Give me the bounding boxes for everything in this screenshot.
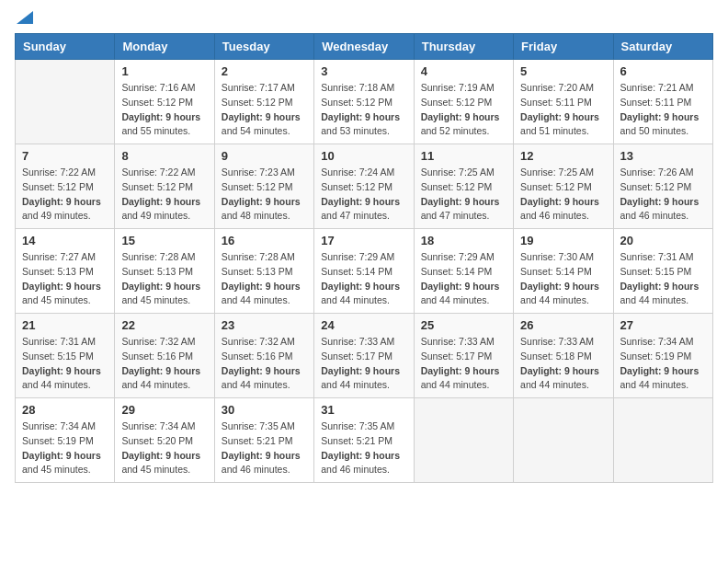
calendar-cell: 24Sunrise: 7:33 AMSunset: 5:17 PMDayligh… [314, 314, 414, 398]
calendar-week-row: 1Sunrise: 7:16 AMSunset: 5:12 PMDaylight… [16, 60, 713, 144]
calendar-cell: 3Sunrise: 7:18 AMSunset: 5:12 PMDaylight… [314, 60, 414, 144]
calendar-cell: 14Sunrise: 7:27 AMSunset: 5:13 PMDayligh… [16, 229, 115, 314]
day-info: Sunrise: 7:29 AMSunset: 5:14 PMDaylight:… [321, 250, 406, 308]
calendar-cell: 21Sunrise: 7:31 AMSunset: 5:15 PMDayligh… [16, 314, 115, 398]
day-info: Sunrise: 7:32 AMSunset: 5:16 PMDaylight:… [222, 335, 307, 393]
calendar-cell [514, 398, 613, 483]
day-number: 29 [121, 403, 207, 417]
calendar-cell: 27Sunrise: 7:34 AMSunset: 5:19 PMDayligh… [613, 314, 712, 398]
day-info: Sunrise: 7:22 AMSunset: 5:12 PMDaylight:… [22, 166, 108, 224]
day-number: 6 [620, 64, 706, 78]
logo [15, 15, 33, 24]
header-saturday: Saturday [613, 34, 712, 60]
day-info: Sunrise: 7:18 AMSunset: 5:12 PMDaylight:… [321, 81, 406, 139]
calendar-cell: 23Sunrise: 7:32 AMSunset: 5:16 PMDayligh… [214, 314, 313, 398]
day-info: Sunrise: 7:35 AMSunset: 5:21 PMDaylight:… [321, 419, 406, 477]
calendar-cell: 18Sunrise: 7:29 AMSunset: 5:14 PMDayligh… [414, 229, 513, 314]
day-info: Sunrise: 7:28 AMSunset: 5:13 PMDaylight:… [222, 250, 307, 308]
calendar-cell: 25Sunrise: 7:33 AMSunset: 5:17 PMDayligh… [414, 314, 513, 398]
day-info: Sunrise: 7:29 AMSunset: 5:14 PMDaylight:… [421, 250, 506, 308]
day-info: Sunrise: 7:19 AMSunset: 5:12 PMDaylight:… [421, 81, 506, 139]
day-number: 8 [121, 149, 207, 163]
day-number: 19 [520, 234, 606, 247]
day-number: 12 [520, 149, 606, 163]
day-number: 28 [22, 403, 108, 417]
day-info: Sunrise: 7:31 AMSunset: 5:15 PMDaylight:… [620, 250, 706, 308]
calendar-cell: 13Sunrise: 7:26 AMSunset: 5:12 PMDayligh… [613, 144, 712, 229]
calendar-cell: 30Sunrise: 7:35 AMSunset: 5:21 PMDayligh… [214, 398, 313, 483]
page-header [15, 15, 713, 24]
day-number: 26 [520, 318, 606, 332]
header-wednesday: Wednesday [314, 34, 414, 60]
day-info: Sunrise: 7:34 AMSunset: 5:20 PMDaylight:… [121, 419, 207, 477]
calendar-cell: 12Sunrise: 7:25 AMSunset: 5:12 PMDayligh… [514, 144, 613, 229]
calendar-cell: 8Sunrise: 7:22 AMSunset: 5:12 PMDaylight… [115, 144, 214, 229]
calendar-cell: 9Sunrise: 7:23 AMSunset: 5:12 PMDaylight… [214, 144, 313, 229]
header-sunday: Sunday [16, 34, 115, 60]
calendar-week-row: 14Sunrise: 7:27 AMSunset: 5:13 PMDayligh… [16, 229, 713, 314]
calendar-cell: 15Sunrise: 7:28 AMSunset: 5:13 PMDayligh… [115, 229, 214, 314]
day-number: 4 [421, 64, 506, 78]
day-number: 30 [222, 403, 307, 417]
day-number: 3 [321, 64, 406, 78]
day-info: Sunrise: 7:17 AMSunset: 5:12 PMDaylight:… [222, 81, 307, 139]
calendar-cell: 11Sunrise: 7:25 AMSunset: 5:12 PMDayligh… [414, 144, 513, 229]
calendar-cell: 31Sunrise: 7:35 AMSunset: 5:21 PMDayligh… [314, 398, 414, 483]
day-number: 17 [321, 234, 406, 247]
day-info: Sunrise: 7:34 AMSunset: 5:19 PMDaylight:… [620, 335, 706, 393]
day-number: 31 [321, 403, 406, 417]
day-number: 5 [520, 64, 606, 78]
calendar-cell: 29Sunrise: 7:34 AMSunset: 5:20 PMDayligh… [115, 398, 214, 483]
calendar-cell [613, 398, 712, 483]
day-info: Sunrise: 7:25 AMSunset: 5:12 PMDaylight:… [421, 166, 506, 224]
logo-triangle-icon [17, 11, 33, 24]
calendar-cell: 10Sunrise: 7:24 AMSunset: 5:12 PMDayligh… [314, 144, 414, 229]
calendar-header-row: SundayMondayTuesdayWednesdayThursdayFrid… [16, 34, 713, 60]
calendar-cell: 16Sunrise: 7:28 AMSunset: 5:13 PMDayligh… [214, 229, 313, 314]
calendar-cell: 7Sunrise: 7:22 AMSunset: 5:12 PMDaylight… [16, 144, 115, 229]
calendar-cell: 2Sunrise: 7:17 AMSunset: 5:12 PMDaylight… [214, 60, 313, 144]
day-info: Sunrise: 7:33 AMSunset: 5:17 PMDaylight:… [421, 335, 506, 393]
day-number: 23 [222, 318, 307, 332]
calendar-cell: 17Sunrise: 7:29 AMSunset: 5:14 PMDayligh… [314, 229, 414, 314]
day-number: 15 [121, 234, 207, 247]
svg-marker-0 [17, 11, 33, 24]
day-info: Sunrise: 7:24 AMSunset: 5:12 PMDaylight:… [321, 166, 406, 224]
day-info: Sunrise: 7:27 AMSunset: 5:13 PMDaylight:… [22, 250, 108, 308]
day-info: Sunrise: 7:34 AMSunset: 5:19 PMDaylight:… [22, 419, 108, 477]
calendar-cell: 22Sunrise: 7:32 AMSunset: 5:16 PMDayligh… [115, 314, 214, 398]
calendar-week-row: 28Sunrise: 7:34 AMSunset: 5:19 PMDayligh… [16, 398, 713, 483]
day-info: Sunrise: 7:21 AMSunset: 5:11 PMDaylight:… [620, 81, 706, 139]
day-number: 2 [222, 64, 307, 78]
day-info: Sunrise: 7:26 AMSunset: 5:12 PMDaylight:… [620, 166, 706, 224]
calendar-body: 1Sunrise: 7:16 AMSunset: 5:12 PMDaylight… [16, 60, 713, 483]
day-info: Sunrise: 7:32 AMSunset: 5:16 PMDaylight:… [121, 335, 207, 393]
day-number: 25 [421, 318, 506, 332]
day-info: Sunrise: 7:16 AMSunset: 5:12 PMDaylight:… [121, 81, 207, 139]
header-monday: Monday [115, 34, 214, 60]
calendar-table: SundayMondayTuesdayWednesdayThursdayFrid… [15, 33, 713, 483]
day-number: 27 [620, 318, 706, 332]
day-info: Sunrise: 7:22 AMSunset: 5:12 PMDaylight:… [121, 166, 207, 224]
day-number: 24 [321, 318, 406, 332]
day-info: Sunrise: 7:31 AMSunset: 5:15 PMDaylight:… [22, 335, 108, 393]
calendar-cell: 4Sunrise: 7:19 AMSunset: 5:12 PMDaylight… [414, 60, 513, 144]
day-number: 10 [321, 149, 406, 163]
day-number: 21 [22, 318, 108, 332]
day-number: 13 [620, 149, 706, 163]
day-info: Sunrise: 7:23 AMSunset: 5:12 PMDaylight:… [222, 166, 307, 224]
calendar-cell: 1Sunrise: 7:16 AMSunset: 5:12 PMDaylight… [115, 60, 214, 144]
day-info: Sunrise: 7:33 AMSunset: 5:17 PMDaylight:… [321, 335, 406, 393]
day-number: 22 [121, 318, 207, 332]
calendar-week-row: 7Sunrise: 7:22 AMSunset: 5:12 PMDaylight… [16, 144, 713, 229]
calendar-cell: 26Sunrise: 7:33 AMSunset: 5:18 PMDayligh… [514, 314, 613, 398]
calendar-cell: 6Sunrise: 7:21 AMSunset: 5:11 PMDaylight… [613, 60, 712, 144]
day-info: Sunrise: 7:30 AMSunset: 5:14 PMDaylight:… [520, 250, 606, 308]
calendar-week-row: 21Sunrise: 7:31 AMSunset: 5:15 PMDayligh… [16, 314, 713, 398]
calendar-cell: 20Sunrise: 7:31 AMSunset: 5:15 PMDayligh… [613, 229, 712, 314]
calendar-cell: 28Sunrise: 7:34 AMSunset: 5:19 PMDayligh… [16, 398, 115, 483]
day-info: Sunrise: 7:25 AMSunset: 5:12 PMDaylight:… [520, 166, 606, 224]
day-number: 11 [421, 149, 506, 163]
header-friday: Friday [514, 34, 613, 60]
day-number: 18 [421, 234, 506, 247]
